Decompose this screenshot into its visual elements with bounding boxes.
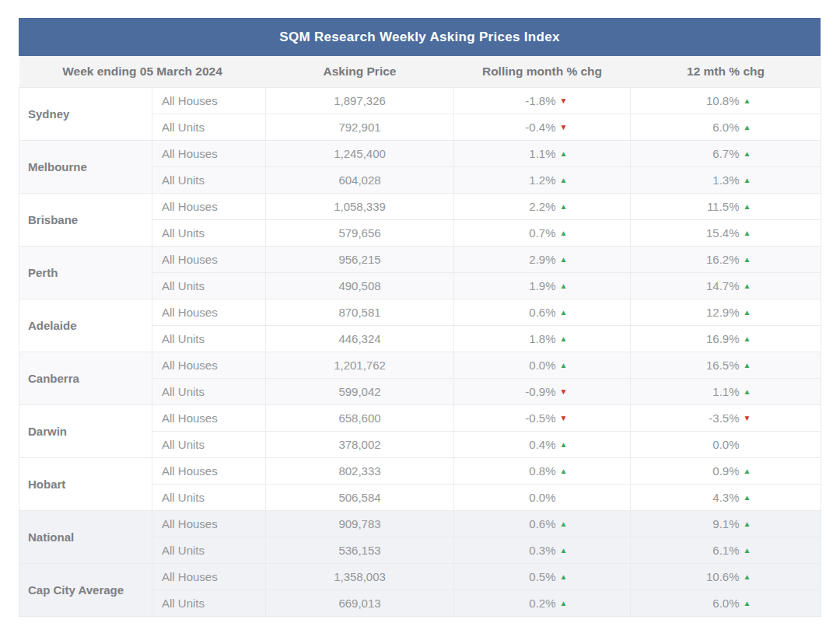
up-arrow-icon: ▲	[744, 600, 754, 607]
up-arrow-icon: ▲	[744, 282, 754, 290]
percent-value: 16.5%	[698, 359, 740, 372]
rolling-change-cell: 0.6%▲	[454, 511, 631, 537]
table-title: SQM Research Weekly Asking Prices Index	[19, 18, 821, 56]
table-body: SydneyAll Houses1,897,326-1.8%▼10.8%▲All…	[19, 88, 821, 617]
table-row: DarwinAll Houses658,600-0.5%▼-3.5%▼	[19, 405, 821, 432]
percent-value: 4.3%	[698, 491, 740, 504]
percent-value: 0.0%	[514, 491, 556, 504]
percent-value: 2.2%	[514, 200, 556, 213]
asking-price-cell: 909,783	[266, 511, 454, 537]
rolling-change-cell: 2.9%▲	[454, 247, 631, 273]
twelve-month-change-cell: 12.9%▲	[631, 299, 821, 326]
region-cell: Hobart	[19, 458, 152, 511]
column-header-rolling-month: Rolling month % chg	[454, 56, 631, 88]
percent-value: 1.8%	[514, 332, 556, 345]
up-arrow-icon: ▲	[560, 467, 571, 475]
percent-value: 0.4%	[514, 438, 556, 451]
asking-price-cell: 536,153	[266, 537, 454, 564]
up-arrow-icon: ▲	[560, 520, 571, 528]
region-cell: Adelaide	[19, 299, 152, 352]
property-type-cell: All Houses	[152, 352, 266, 379]
property-type-cell: All Houses	[152, 194, 266, 220]
percent-value: 6.0%	[698, 597, 740, 610]
table-row: BrisbaneAll Houses1,058,3392.2%▲11.5%▲	[19, 194, 821, 220]
percent-value: -1.8%	[514, 94, 556, 107]
property-type-cell: All Units	[152, 167, 266, 194]
twelve-month-change-cell: -3.5%▼	[631, 405, 821, 432]
asking-price-cell: 802,333	[266, 458, 454, 485]
up-arrow-icon: ▲	[744, 362, 754, 369]
region-cell: Melbourne	[19, 141, 152, 194]
property-type-cell: All Houses	[152, 247, 266, 273]
property-type-cell: All Houses	[152, 299, 266, 326]
table-row: MelbourneAll Houses1,245,4001.1%▲6.7%▲	[19, 141, 821, 167]
up-arrow-icon: ▲	[744, 256, 754, 264]
percent-value: 15.4%	[698, 226, 740, 240]
property-type-cell: All Houses	[152, 511, 266, 537]
percent-value: -0.5%	[514, 411, 556, 425]
table-row: PerthAll Houses956,2152.9%▲16.2%▲	[19, 247, 821, 273]
property-type-cell: All Units	[152, 114, 266, 141]
asking-price-cell: 446,324	[266, 326, 454, 352]
asking-price-cell: 1,358,003	[266, 564, 454, 590]
property-type-cell: All Units	[152, 537, 266, 564]
percent-value: 10.6%	[698, 570, 740, 583]
up-arrow-icon: ▲	[560, 547, 571, 555]
up-arrow-icon: ▲	[744, 335, 754, 343]
up-arrow-icon: ▲	[560, 203, 571, 211]
percent-value: 0.2%	[514, 597, 556, 610]
up-arrow-icon: ▲	[744, 309, 754, 317]
up-arrow-icon: ▲	[744, 97, 754, 105]
asking-price-cell: 669,013	[266, 590, 454, 617]
up-arrow-icon: ▲	[744, 150, 754, 158]
percent-value: 0.6%	[514, 306, 556, 319]
asking-price-cell: 604,028	[266, 167, 454, 194]
up-arrow-icon: ▲	[560, 335, 571, 343]
asking-price-cell: 1,245,400	[266, 141, 454, 167]
asking-price-cell: 1,058,339	[266, 194, 454, 220]
rolling-change-cell: 0.3%▲	[454, 537, 631, 564]
rolling-change-cell: -1.8%▼	[454, 88, 631, 114]
percent-value: 0.6%	[514, 517, 556, 530]
up-arrow-icon: ▲	[560, 600, 571, 607]
region-cell: Darwin	[19, 405, 152, 458]
property-type-cell: All Units	[152, 379, 266, 405]
twelve-month-change-cell: 1.3%▲	[631, 167, 821, 194]
asking-price-cell: 658,600	[266, 405, 454, 432]
percent-value: 0.7%	[514, 226, 556, 240]
percent-value: 0.0%	[514, 359, 556, 372]
up-arrow-icon: ▲	[744, 229, 754, 237]
rolling-change-cell: 1.2%▲	[454, 167, 631, 194]
property-type-cell: All Units	[152, 326, 266, 352]
property-type-cell: All Units	[152, 590, 266, 617]
up-arrow-icon: ▲	[560, 256, 571, 264]
rolling-change-cell: 0.8%▲	[454, 458, 631, 485]
region-cell: Sydney	[19, 88, 152, 141]
percent-value: 2.9%	[514, 253, 556, 266]
twelve-month-change-cell: 15.4%▲	[631, 220, 821, 247]
percent-value: 16.2%	[698, 253, 740, 266]
asking-price-cell: 506,584	[266, 485, 454, 511]
percent-value: 9.1%	[698, 517, 740, 530]
rolling-change-cell: 0.7%▲	[454, 220, 631, 247]
asking-price-cell: 599,042	[266, 379, 454, 405]
percent-value: 10.8%	[698, 94, 740, 107]
region-cell: Brisbane	[19, 194, 152, 247]
table-row: SydneyAll Houses1,897,326-1.8%▼10.8%▲	[19, 88, 821, 114]
twelve-month-change-cell: 6.0%▲	[631, 590, 821, 617]
rolling-change-cell: 1.9%▲	[454, 273, 631, 299]
asking-price-cell: 956,215	[266, 247, 454, 273]
region-cell: Cap City Average	[19, 564, 152, 617]
down-arrow-icon: ▼	[744, 415, 754, 422]
up-arrow-icon: ▲	[744, 388, 754, 396]
twelve-month-change-cell: 11.5%▲	[631, 194, 821, 220]
up-arrow-icon: ▲	[744, 494, 754, 502]
twelve-month-change-cell: 6.7%▲	[631, 141, 821, 167]
rolling-change-cell: -0.4%▼	[454, 114, 631, 141]
table-row: HobartAll Houses802,3330.8%▲0.9%▲	[19, 458, 821, 485]
rolling-change-cell: 0.5%▲	[454, 564, 631, 590]
asking-price-cell: 490,508	[266, 273, 454, 299]
table-row: CanberraAll Houses1,201,7620.0%▲16.5%▲	[19, 352, 821, 379]
percent-value: 6.1%	[698, 544, 740, 557]
twelve-month-change-cell: 9.1%▲	[631, 511, 821, 537]
